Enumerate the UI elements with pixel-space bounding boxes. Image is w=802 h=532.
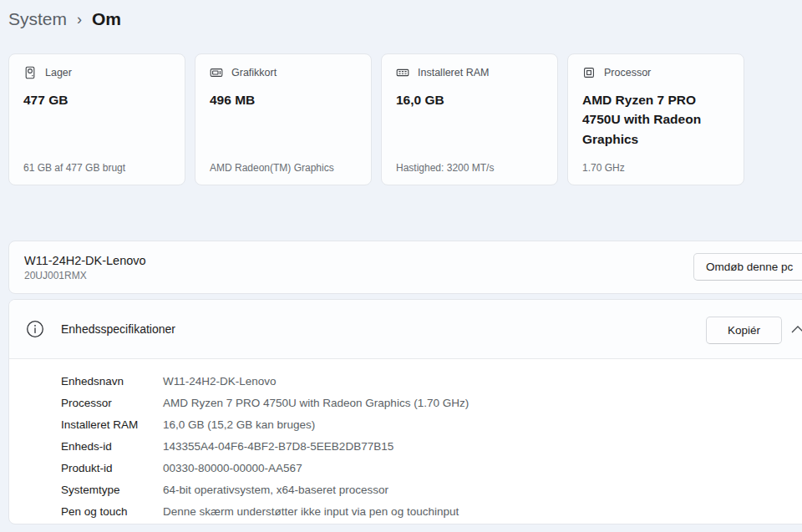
chevron-up-icon[interactable] <box>790 323 802 337</box>
device-specifications-header[interactable]: Enhedsspecifikationer <box>9 300 802 359</box>
device-specifications-card: Enhedsspecifikationer Enhedsnavn W11-24H… <box>8 299 802 524</box>
gpu-icon <box>210 66 223 79</box>
graphics-card-value: 496 MB <box>210 90 357 109</box>
spec-row-processor: Processor AMD Ryzen 7 PRO 4750U with Rad… <box>9 392 802 413</box>
breadcrumb-chevron-icon: › <box>77 10 82 28</box>
processor-card-label: Processor <box>604 67 651 79</box>
graphics-card-detail: AMD Radeon(TM) Graphics <box>210 162 357 174</box>
storage-card-label: Lager <box>45 67 72 79</box>
page-title: Om <box>92 9 121 29</box>
storage-card: Lager 477 GB 61 GB af 477 GB brugt <box>8 53 185 185</box>
ram-card-value: 16,0 GB <box>396 90 543 109</box>
processor-card-value: AMD Ryzen 7 PRO 4750U with Radeon Graphi… <box>582 90 729 149</box>
spec-row-device-name: Enhedsnavn W11-24H2-DK-Lenovo <box>9 370 802 392</box>
spec-row-device-id: Enheds-id 143355A4-04F6-4BF2-B7D8-5EEB2D… <box>9 435 802 457</box>
ram-card-label: Installeret RAM <box>418 67 489 79</box>
breadcrumb: System › Om <box>8 9 121 29</box>
rename-pc-button[interactable]: Omdøb denne pc <box>693 253 802 281</box>
spec-row-installed-ram: Installeret RAM 16,0 GB (15,2 GB kan bru… <box>9 413 802 435</box>
cpu-icon <box>582 66 596 79</box>
stat-cards: Lager 477 GB 61 GB af 477 GB brugt Grafi… <box>8 53 744 185</box>
ram-icon <box>396 66 409 79</box>
storage-card-value: 477 GB <box>23 90 170 109</box>
device-name: W11-24H2-DK-Lenovo <box>24 254 802 267</box>
storage-icon <box>23 66 37 79</box>
ram-card-detail: Hastighed: 3200 MT/s <box>396 162 543 174</box>
device-model: 20UJ001RMX <box>24 270 802 281</box>
ram-card: Installeret RAM 16,0 GB Hastighed: 3200 … <box>381 53 558 185</box>
storage-card-detail: 61 GB af 477 GB brugt <box>23 162 170 174</box>
device-specifications-table: Enhedsnavn W11-24H2-DK-Lenovo Processor … <box>9 359 802 522</box>
graphics-card: Grafikkort 496 MB AMD Radeon(TM) Graphic… <box>195 53 372 185</box>
spec-row-product-id: Produkt-id 00330-80000-00000-AA567 <box>9 457 802 479</box>
info-icon <box>26 320 44 338</box>
device-name-card: W11-24H2-DK-Lenovo 20UJ001RMX <box>8 241 802 294</box>
processor-card: Processor AMD Ryzen 7 PRO 4750U with Rad… <box>567 53 744 185</box>
copy-button[interactable]: Kopiér <box>706 317 782 344</box>
breadcrumb-system[interactable]: System <box>8 9 67 29</box>
graphics-card-label: Grafikkort <box>231 67 277 79</box>
device-specifications-title: Enhedsspecifikationer <box>61 322 175 336</box>
spec-row-pen-touch: Pen og touch Denne skærm understøtter ik… <box>9 500 802 522</box>
processor-card-detail: 1.70 GHz <box>582 162 729 174</box>
spec-row-system-type: Systemtype 64-bit operativsystem, x64-ba… <box>9 479 802 500</box>
